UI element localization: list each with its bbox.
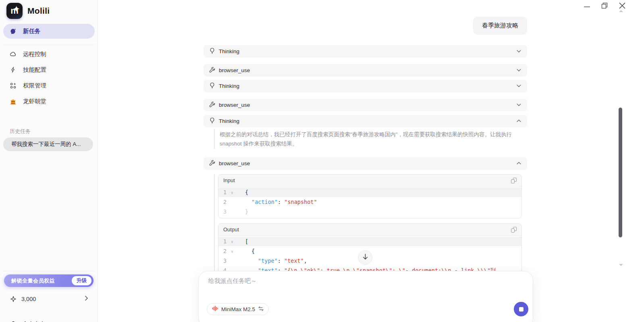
fold-toggle-icon[interactable]: ∨ (229, 246, 235, 257)
code-line: 2"action": "snapshot" (218, 197, 521, 207)
scroll-to-bottom-button[interactable] (358, 250, 372, 265)
output-panel-title: Output (223, 226, 511, 233)
bulb-icon (209, 48, 215, 56)
upgrade-text: 解锁全量会员权益 (11, 277, 55, 285)
sidebar-item-skill-config[interactable]: 技能配置 (3, 63, 95, 76)
sidebar-item-profile[interactable]: 个人中心 (3, 318, 95, 322)
chevron-right-icon (84, 295, 88, 303)
scrollbar-down-arrow[interactable] (619, 264, 623, 266)
minimize-button[interactable] (583, 2, 591, 10)
code-line: 3} (218, 207, 521, 216)
sidebar-divider (3, 45, 95, 45)
person-icon (10, 321, 17, 322)
bolt-icon (10, 66, 17, 73)
composer-placeholder[interactable]: 给我派点任务吧～ (208, 277, 257, 285)
tool-output-panel: Output 1∨[2∨{3"type": "text",4"text": "{… (218, 223, 522, 277)
upgrade-button[interactable]: 升级 (72, 276, 91, 285)
sparkle-diamond-icon (10, 296, 17, 303)
fold-toggle-icon[interactable]: ∨ (229, 187, 235, 198)
sidebar-divider (3, 271, 95, 271)
model-name: MiniMax M2.5 (221, 306, 255, 312)
thinking-body: 根据之前的对话总结，我已经打开了百度搜索页面搜索"春季旅游攻略国内"，现在需要获… (214, 129, 527, 149)
credits-row[interactable]: 3,000 (3, 293, 95, 305)
sidebar-item-label: 权限管理 (23, 82, 46, 89)
palace-icon (10, 98, 17, 105)
scrollbar-up-arrow[interactable] (619, 10, 623, 12)
code-line: 1∨[ (218, 237, 521, 246)
sidebar-item-label: 新任务 (23, 27, 41, 35)
sidebar-item-lobster-court[interactable]: 龙虾朝堂 (3, 95, 95, 108)
close-button[interactable] (618, 2, 626, 10)
credits-amount: 3,000 (21, 296, 79, 302)
sidebar-item-label: 个人中心 (22, 320, 46, 322)
sidebar-item-label: 龙虾朝堂 (23, 98, 46, 105)
chat-area: 春季旅游攻略 Thinking browser_use Thinking bro… (204, 0, 527, 277)
app-logo: m✦ Molili (6, 3, 50, 19)
code-line: 1∨{ (218, 187, 521, 197)
stop-button[interactable] (514, 302, 528, 316)
grid-plus-icon (10, 82, 17, 89)
thinking-block-collapsed[interactable]: Thinking (204, 80, 527, 92)
input-code: 1∨{2"action": "snapshot"3} (218, 187, 521, 218)
bulb-icon (209, 117, 215, 125)
wrench-icon (209, 160, 215, 167)
fold-toggle-icon[interactable]: ∨ (229, 237, 235, 247)
input-panel-title: Input (223, 177, 511, 183)
swap-icon (258, 305, 264, 313)
waveform-icon (212, 305, 218, 313)
chevron-up-icon (516, 160, 521, 167)
stop-icon (519, 307, 524, 312)
app-window: m✦ Molili 新任务 远程控制 技能配置 (0, 0, 644, 322)
wrench-icon (209, 66, 215, 74)
sidebar-item-permission[interactable]: 权限管理 (3, 79, 95, 92)
sidebar-item-label: 技能配置 (23, 66, 46, 74)
app-title: Molili (27, 6, 50, 16)
chevron-down-icon (516, 48, 521, 55)
tool-input-panel: Input 1∨{2"action": "snapshot"3} (218, 174, 522, 218)
restore-button[interactable] (600, 2, 609, 10)
browser-use-block-collapsed[interactable]: browser_use (204, 99, 527, 111)
sidebar-item-remote-control[interactable]: 远程控制 (3, 48, 95, 60)
browser-use-block-collapsed[interactable]: browser_use (204, 64, 527, 77)
wrench-icon (209, 101, 215, 109)
chevron-down-icon (516, 102, 521, 109)
sidebar-item-new-task[interactable]: 新任务 (3, 24, 95, 39)
sparkle-icon: ✦ (13, 5, 20, 14)
sidebar-item-label: 远程控制 (23, 50, 46, 58)
chevron-down-icon (516, 67, 521, 74)
molili-logo-icon: m✦ (6, 3, 23, 19)
composer[interactable]: 给我派点任务吧～ MiniMax M2.5 (198, 271, 533, 322)
upgrade-banner[interactable]: 解锁全量会员权益 升级 (4, 274, 93, 287)
chat-sparkle-icon (10, 28, 17, 35)
cloud-icon (10, 51, 17, 58)
scrollbar-thumb[interactable] (619, 108, 622, 237)
copy-icon[interactable] (511, 227, 517, 233)
model-selector[interactable]: MiniMax M2.5 (207, 303, 269, 315)
history-task-item[interactable]: 帮我搜索一下最近一周的 A... (3, 137, 93, 151)
user-message-bubble: 春季旅游攻略 (473, 17, 527, 35)
history-section-label: 历史任务 (10, 128, 31, 135)
bulb-icon (209, 82, 215, 90)
thinking-block-collapsed[interactable]: Thinking (204, 45, 527, 58)
browser-use-block-expanded-header[interactable]: browser_use (204, 157, 527, 170)
thinking-block-expanded-header[interactable]: Thinking (204, 115, 527, 127)
chevron-down-icon (516, 83, 521, 90)
copy-icon[interactable] (511, 178, 517, 183)
arrow-down-icon (362, 253, 368, 262)
chevron-up-icon (516, 118, 521, 125)
sidebar: m✦ Molili 新任务 远程控制 技能配置 (0, 0, 98, 322)
